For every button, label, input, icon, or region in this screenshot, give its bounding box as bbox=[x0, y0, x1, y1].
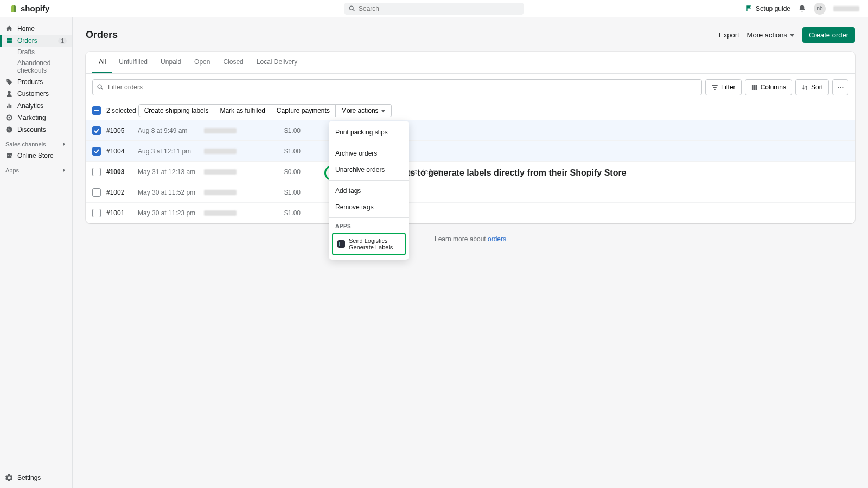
chevron-right-icon bbox=[61, 142, 67, 147]
bulk-btn-mark-as-fulfilled[interactable]: Mark as fulfilled bbox=[214, 104, 271, 117]
dd-remove-tags[interactable]: Remove tags bbox=[329, 199, 409, 215]
cell-order-id: #1005 bbox=[106, 127, 138, 134]
cell-date: May 30 at 11:52 pm bbox=[138, 189, 204, 196]
sidebar: Home Orders 1 Drafts Abandoned checkouts… bbox=[0, 17, 73, 488]
table-row[interactable]: #1002May 30 at 11:52 pm$1.00em bbox=[86, 182, 855, 203]
sort-button[interactable]: Sort bbox=[795, 79, 829, 95]
dd-archive-orders[interactable]: Archive orders bbox=[329, 145, 409, 162]
tab-unpaid[interactable]: Unpaid bbox=[154, 52, 188, 73]
tab-open[interactable]: Open bbox=[188, 52, 216, 73]
main: Orders Export More actions Create order … bbox=[73, 17, 868, 488]
learn-more: Learn more about orders bbox=[86, 223, 855, 247]
cell-date: May 31 at 12:13 am bbox=[138, 168, 204, 176]
row-checkbox[interactable] bbox=[92, 147, 101, 156]
search-wrap bbox=[344, 3, 524, 15]
chevron-right-icon bbox=[61, 168, 67, 173]
cell-date: Aug 8 at 9:49 am bbox=[138, 127, 204, 134]
sidebar-item-online-store[interactable]: Online Store bbox=[0, 150, 72, 162]
person-icon bbox=[5, 90, 13, 98]
more-actions-button[interactable]: More actions bbox=[747, 31, 795, 39]
dd-app-send-logistics[interactable]: Send Logistics Generate Labels bbox=[332, 233, 406, 255]
cell-total: $1.00 bbox=[269, 189, 301, 196]
avatar[interactable]: nb bbox=[814, 3, 826, 15]
bulk-actions-row: 2 selected Create shipping labelsMark as… bbox=[86, 101, 855, 120]
setup-guide-link[interactable]: Setup guide bbox=[746, 5, 790, 12]
target-icon bbox=[5, 114, 13, 121]
row-checkbox[interactable] bbox=[92, 126, 101, 135]
cell-order-id: #1001 bbox=[106, 209, 138, 217]
sidebar-item-discounts[interactable]: Discounts bbox=[0, 124, 72, 136]
cell-customer bbox=[204, 149, 237, 154]
cell-total: $1.00 bbox=[269, 209, 301, 217]
flag-icon bbox=[746, 5, 753, 12]
filter-orders-input[interactable] bbox=[92, 79, 702, 95]
sidebar-item-analytics[interactable]: Analytics bbox=[0, 100, 72, 112]
analytics-icon bbox=[5, 102, 13, 110]
row-checkbox[interactable] bbox=[92, 188, 101, 197]
dd-print-packing-slips[interactable]: Print packing slips bbox=[329, 124, 409, 140]
cell-date: Aug 3 at 12:11 pm bbox=[138, 147, 204, 155]
sidebar-item-home[interactable]: Home bbox=[0, 23, 72, 35]
table-row[interactable]: #1005Aug 8 at 9:49 am$1.00em bbox=[86, 120, 855, 141]
learn-more-link[interactable]: orders bbox=[488, 235, 506, 243]
tab-unfulfilled[interactable]: Unfulfilled bbox=[112, 52, 154, 73]
svg-point-2 bbox=[842, 87, 843, 88]
dd-add-tags[interactable]: Add tags bbox=[329, 183, 409, 199]
dd-unarchive-orders[interactable]: Unarchive orders bbox=[329, 162, 409, 178]
store-name bbox=[833, 6, 859, 11]
export-button[interactable]: Export bbox=[719, 31, 739, 39]
sidebar-item-products[interactable]: Products bbox=[0, 76, 72, 88]
search-icon bbox=[348, 5, 356, 12]
create-order-button[interactable]: Create order bbox=[802, 27, 855, 43]
sidebar-item-customers[interactable]: Customers bbox=[0, 88, 72, 100]
discount-icon bbox=[5, 126, 13, 133]
store-icon bbox=[5, 152, 13, 159]
bulk-btn-more-actions[interactable]: More actions bbox=[336, 104, 392, 117]
cell-total: $1.00 bbox=[269, 147, 301, 155]
bulk-btn-capture-payments[interactable]: Capture payments bbox=[271, 104, 336, 117]
row-checkbox[interactable] bbox=[92, 168, 101, 176]
tabs: AllUnfulfilledUnpaidOpenClosedLocal Deli… bbox=[86, 52, 855, 74]
table-row[interactable]: #1001May 30 at 11:23 pm$1.00em bbox=[86, 203, 855, 223]
filter-icon bbox=[711, 84, 718, 91]
more-actions-dropdown: Print packing slips Archive orders Unarc… bbox=[329, 121, 409, 260]
svg-rect-3 bbox=[94, 110, 99, 111]
app-icon bbox=[337, 240, 345, 248]
topbar-right: Setup guide nb bbox=[746, 3, 859, 15]
row-checkbox[interactable] bbox=[92, 209, 101, 217]
table-row[interactable]: #1004Aug 3 at 12:11 pm$1.00em bbox=[86, 141, 855, 162]
page-header: Orders Export More actions Create order bbox=[86, 27, 855, 43]
sidebar-sub-drafts[interactable]: Drafts bbox=[0, 47, 72, 57]
logo[interactable]: shopify bbox=[9, 4, 49, 14]
tab-closed[interactable]: Closed bbox=[216, 52, 250, 73]
search-input[interactable] bbox=[344, 3, 524, 15]
sidebar-item-orders[interactable]: Orders 1 bbox=[0, 35, 72, 47]
sidebar-sub-abandoned[interactable]: Abandoned checkouts bbox=[0, 57, 72, 76]
cell-total: $1.00 bbox=[269, 127, 301, 134]
search-icon bbox=[97, 84, 104, 91]
topbar: shopify Setup guide nb bbox=[0, 0, 868, 17]
bulk-btn-create-shipping-labels[interactable]: Create shipping labels bbox=[138, 104, 215, 117]
columns-button[interactable]: Columns bbox=[745, 79, 792, 95]
cell-customer bbox=[204, 190, 237, 195]
sidebar-section-sales[interactable]: Sales channels bbox=[0, 136, 72, 150]
filter-button[interactable]: Filter bbox=[705, 79, 742, 95]
sidebar-item-settings[interactable]: Settings bbox=[5, 474, 67, 481]
tab-all[interactable]: All bbox=[92, 52, 112, 73]
bell-icon[interactable] bbox=[798, 4, 806, 12]
cell-customer bbox=[204, 210, 237, 216]
caret-down-icon bbox=[789, 33, 795, 38]
tab-local-delivery[interactable]: Local Delivery bbox=[250, 52, 304, 73]
cell-customer bbox=[204, 169, 237, 175]
dd-apps-heading: APPS bbox=[329, 220, 409, 232]
bulk-select-checkbox[interactable] bbox=[92, 106, 101, 115]
sidebar-item-marketing[interactable]: Marketing bbox=[0, 112, 72, 124]
brand-name: shopify bbox=[21, 4, 49, 13]
cell-order-id: #1004 bbox=[106, 147, 138, 155]
caret-down-icon bbox=[381, 108, 386, 113]
sidebar-section-apps[interactable]: Apps bbox=[0, 162, 72, 176]
cell-order-id: #1003 bbox=[106, 168, 138, 176]
svg-point-1 bbox=[840, 87, 841, 88]
sort-icon bbox=[801, 84, 808, 91]
more-button[interactable] bbox=[832, 79, 848, 95]
